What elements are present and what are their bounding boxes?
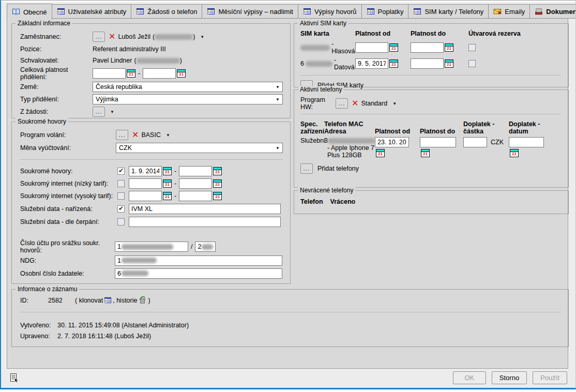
book-icon	[12, 8, 20, 16]
calendar-icon[interactable]: 21	[213, 179, 222, 188]
row-label: Služební data - nařízená:	[20, 205, 117, 213]
cancel-button[interactable]: Storno	[492, 371, 527, 384]
service-data-usage-checkbox[interactable]: ✔	[117, 218, 125, 225]
remove-call-program-icon[interactable]: ✕	[132, 131, 139, 139]
account-number-input[interactable]: 1	[115, 242, 188, 252]
hw-program-value: Standard	[361, 100, 387, 107]
calendar-icon[interactable]: 21	[163, 192, 172, 200]
from-request-browse-button[interactable]: ...	[93, 107, 105, 117]
tab-uzivatelske-atributy[interactable]: Uživatelské atributy	[52, 4, 132, 19]
employee-browse-button[interactable]: ...	[93, 32, 105, 42]
chevron-down-icon[interactable]: ▼	[200, 35, 204, 39]
chevron-down-icon[interactable]: ▼	[110, 110, 114, 114]
tab-obecne[interactable]: Obecné	[7, 4, 52, 20]
chevron-down-icon[interactable]: ▼	[392, 101, 397, 106]
calendar-icon[interactable]: 21	[389, 43, 398, 52]
sim-name: - Hlasová	[300, 40, 355, 55]
chevron-down-icon[interactable]: ▼	[166, 133, 170, 138]
sim-from-input[interactable]	[355, 58, 388, 69]
tab-label: Obecné	[23, 8, 47, 16]
to-date-input[interactable]	[179, 178, 212, 189]
from-request-row: Z žádosti: ... ▼	[20, 105, 283, 118]
phone-to-input[interactable]	[420, 137, 456, 147]
created-label: Vytvořeno:	[20, 322, 57, 329]
personal-number-input[interactable]: 6	[115, 268, 282, 279]
hw-program-browse-button[interactable]: ...	[336, 98, 348, 109]
from-date-input[interactable]	[129, 178, 162, 189]
country-select[interactable]: Česká republika ▼	[93, 82, 283, 92]
calendar-icon[interactable]: 21	[445, 43, 453, 52]
to-date-input[interactable]	[179, 166, 212, 176]
remove-hw-program-icon[interactable]: ✕	[352, 99, 358, 108]
reserve-checkbox[interactable]: ✔	[468, 60, 476, 67]
validity-from-input[interactable]	[93, 68, 126, 79]
apply-button[interactable]: Použít	[533, 371, 567, 384]
tab-poplatky[interactable]: Poplatky	[361, 4, 409, 19]
tab-zadosti-o-telefon[interactable]: Žádosti o telefon	[131, 4, 202, 19]
from-date-input[interactable]	[129, 191, 162, 201]
chevron-down-icon: ▼	[276, 97, 280, 102]
sim-to-input[interactable]	[411, 58, 444, 69]
updated-value: 2. 7. 2018 16:11:48 (Luboš Ježil)	[57, 333, 151, 340]
add-phone-label: Přidat telefony	[317, 165, 359, 172]
document-cursor-icon[interactable]	[9, 373, 20, 383]
footer-buttons: OK Storno Použít	[453, 371, 567, 384]
from-date-input[interactable]	[129, 166, 162, 176]
account-label: Číslo účtu pro srážku soukr. hovorů:	[20, 239, 115, 254]
tab-vypisy-hovoru[interactable]: Výpisy hovorů	[298, 4, 362, 19]
total-validity-label: Celková platnost přidělení:	[20, 66, 93, 81]
service-data-usage-input[interactable]	[129, 217, 281, 227]
tab-dokumenty[interactable]: Dokumenty	[529, 4, 576, 19]
calendar-icon[interactable]: 21	[163, 179, 172, 188]
private-calls-checkbox[interactable]: ✔	[117, 168, 125, 175]
to-date-input[interactable]	[179, 191, 212, 201]
assignment-type-row: Typ přidělení: Výjimka ▼	[20, 93, 283, 105]
ndg-input[interactable]: 1	[115, 255, 282, 266]
history-icon[interactable]	[138, 296, 147, 305]
calendar-icon[interactable]: 21	[177, 69, 186, 78]
calendar-icon[interactable]: 21	[445, 59, 453, 68]
currency-select[interactable]: CZK ▼	[116, 143, 283, 153]
tab-mesicni-vypisy-nadlimit[interactable]: Měsíční výpisy – nadlimit	[202, 4, 298, 19]
private-internet-high-checkbox[interactable]: ✔	[117, 192, 125, 200]
approver-name: Pavel Lindner	[93, 57, 132, 64]
calendar-icon[interactable]: 21	[389, 59, 398, 68]
remove-employee-icon[interactable]: ✕	[109, 33, 115, 41]
assignment-type-select[interactable]: Výjimka ▼	[93, 94, 283, 104]
call-program-value: BASIC	[141, 131, 161, 139]
history-link[interactable]: , historie	[113, 297, 137, 304]
column-header: Platnost do	[420, 128, 463, 135]
window-top-strip	[1, 1, 575, 2]
tab-label: Výpisy hovorů	[314, 8, 357, 16]
calendar-icon[interactable]: 21	[213, 192, 222, 200]
clone-icon[interactable]	[104, 296, 112, 304]
service-data-ordered-input[interactable]	[129, 204, 281, 214]
sim-from-input[interactable]	[355, 42, 388, 53]
validity-to-input[interactable]	[143, 68, 176, 79]
private-internet-low-checkbox[interactable]: ✔	[117, 180, 125, 187]
range-dash: -	[174, 168, 176, 175]
phone-from-input[interactable]	[375, 137, 409, 147]
sim-to-input[interactable]	[411, 42, 444, 53]
add-phone-button[interactable]: ...	[300, 163, 313, 174]
calendar-icon[interactable]: 21	[421, 149, 430, 157]
redacted-phone-mac	[328, 138, 375, 144]
ok-button[interactable]: OK	[453, 371, 486, 384]
surcharge-date-input[interactable]	[509, 137, 544, 147]
bank-code-input[interactable]: 2	[195, 242, 216, 252]
call-program-browse-button[interactable]: ...	[116, 130, 128, 140]
calendar-icon[interactable]: 21	[163, 167, 172, 175]
record-info-group: Informace o záznamu ID: 2582 ( klonovat …	[11, 289, 569, 347]
tab-emaily[interactable]: Emaily	[488, 4, 530, 19]
service-data-usage-row: Služební data - dle čerpání: ✔	[20, 215, 283, 228]
service-data-ordered-checkbox[interactable]: ✔	[117, 205, 125, 213]
tab-sim-karty-telefony[interactable]: SIM karty / Telefony	[408, 4, 489, 19]
calendar-icon[interactable]: 21	[213, 167, 222, 175]
reserve-checkbox[interactable]: ✔	[468, 44, 476, 51]
calendar-icon[interactable]: 21	[127, 69, 135, 78]
clone-link[interactable]: ( klonovat	[75, 297, 103, 304]
calendar-icon[interactable]: 21	[376, 149, 385, 157]
divider	[20, 312, 561, 312]
surcharge-amount-input[interactable]	[463, 137, 487, 147]
calendar-icon[interactable]: 21	[510, 149, 519, 157]
